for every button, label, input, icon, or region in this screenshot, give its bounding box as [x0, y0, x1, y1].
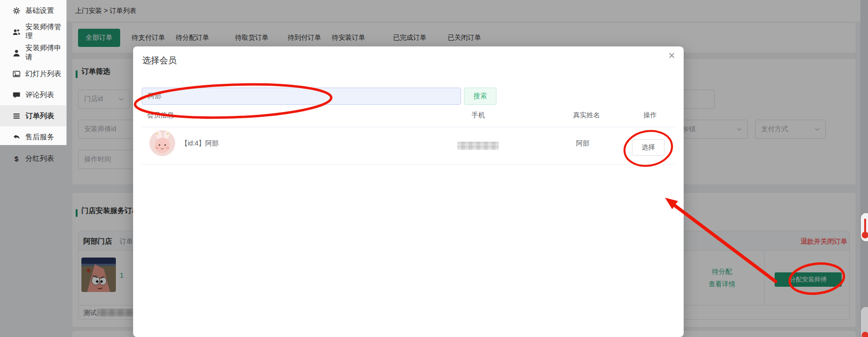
- comment-icon: [12, 91, 21, 99]
- sidebar-item-label: 安装师傅申请: [25, 44, 66, 62]
- member-table-header: 会员信息 手机 真实姓名 操作: [133, 111, 684, 122]
- member-search-input[interactable]: [142, 88, 461, 105]
- reply-icon: [12, 133, 21, 141]
- sidebar-item-order-list[interactable]: 订单列表: [0, 105, 66, 126]
- slide-image-icon: [12, 70, 21, 78]
- close-icon[interactable]: ×: [665, 49, 678, 62]
- member-real-name: 阿部: [576, 139, 589, 148]
- users-icon: [12, 28, 21, 36]
- sidebar-item-label: 售后服务: [25, 133, 54, 142]
- sidebar-item-label: 幻灯片列表: [25, 69, 61, 79]
- gear-icon: [12, 7, 21, 15]
- sidebar-item-installer-apply[interactable]: 安装师傅申请: [0, 42, 66, 63]
- member-display-name: 【id:4】阿部: [181, 139, 219, 148]
- column-phone: 手机: [472, 111, 485, 120]
- sidebar-item-after-sale[interactable]: 售后服务: [0, 126, 66, 147]
- select-member-modal: 选择会员 × 搜索 会员信息 手机 真实姓名 操作: [133, 46, 684, 337]
- divider: [142, 164, 675, 165]
- search-button[interactable]: 搜索: [464, 88, 496, 105]
- divider: [142, 127, 675, 127]
- sidebar-item-basic-settings[interactable]: 基础设置: [0, 0, 66, 21]
- sidebar-item-comment-list[interactable]: 评论列表: [0, 84, 66, 105]
- avatar: [149, 130, 175, 156]
- sidebar-item-label: 订单列表: [25, 112, 54, 121]
- select-member-button[interactable]: 选择: [632, 139, 665, 156]
- sidebar-item-label: 安装师傅管理: [25, 22, 66, 41]
- sidebar-item-label: 基础设置: [25, 6, 54, 15]
- sidebar-item-installer-manage[interactable]: 安装师傅管理: [0, 21, 66, 42]
- sidebar-item-slide-list[interactable]: 幻灯片列表: [0, 63, 66, 84]
- user-icon: [12, 49, 21, 57]
- screen: 上门安装 > 订单列表 全部订单 待支付订单 待分配订单 待取货订单 待到付订单…: [0, 0, 868, 337]
- column-action: 操作: [643, 111, 657, 120]
- column-member-info: 会员信息: [147, 111, 174, 120]
- phone-redacted-blur: [457, 142, 499, 150]
- sidebar-item-label: 评论列表: [25, 90, 54, 100]
- sidebar: 基础设置 安装师傅管理 安装师傅申请 幻灯片列表 评论列表: [0, 0, 67, 145]
- column-real-name: 真实姓名: [573, 111, 600, 120]
- list-icon: [12, 112, 21, 120]
- modal-title: 选择会员: [142, 55, 177, 66]
